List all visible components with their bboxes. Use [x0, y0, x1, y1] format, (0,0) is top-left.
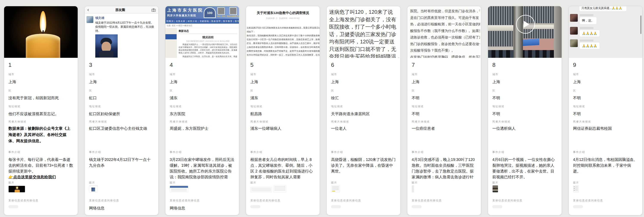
field-label-city: 城市	[8, 73, 73, 76]
report-line: 在执行对同一小区另一住户的急症患者急救的任务，且急症患者已上车，急救车	[247, 38, 320, 41]
field-value-city: 上海	[89, 79, 154, 85]
thumb-flame	[16, 187, 18, 189]
field-label-deceased: 死者大体描述	[492, 120, 557, 123]
field-label-images: 图片	[8, 181, 73, 184]
attachment-thumbnail[interactable]	[573, 185, 579, 193]
record-number: 5	[250, 62, 315, 68]
event-text: 每张卡片、每行记录，代表着一条逝去的鲜活生命。目前有73+位死者！数据持续更新中…	[8, 158, 73, 173]
attachment-thumbnail[interactable]	[8, 186, 25, 193]
qr-code-wechat	[218, 7, 225, 15]
record-card-1[interactable]: 1 城市 上海 区 没有死于新冠，却因新冠而死 地址描述 他们不应该被漠视甚至忘…	[4, 6, 78, 215]
window-grille	[488, 6, 515, 26]
field-label-deceased: 死者大体描述	[89, 120, 154, 123]
blurred-username	[580, 27, 594, 29]
site-title: 上海市东方医院	[166, 6, 239, 13]
field-label-city: 城市	[331, 73, 396, 76]
field-value-address: 他们不应该被漠视甚至忘记。	[8, 111, 73, 117]
field-label-event: 事件介绍	[412, 151, 477, 154]
attachment-thumbnail[interactable]	[492, 185, 498, 193]
weibo-text-screenshot: 迷病危了叫120，120来了说 全上海发热门诊都关了，没有 医院接收，打了一个多…	[327, 6, 400, 58]
avatar	[86, 16, 93, 23]
chat-scrollbar	[640, 15, 642, 34]
qr-label-service: 患者移动服务平台	[226, 15, 239, 17]
record-card-6[interactable]: 迷病危了叫120，120来了说 全上海发热门诊都关了，没有 医院接收，打了一个多…	[326, 6, 400, 215]
field-label-city: 城市	[250, 73, 315, 76]
field-label-deceased: 死者大体描述	[250, 120, 315, 123]
field-value-address: 航昌路	[250, 111, 315, 117]
text-line: 在发热门诊时仍然是胸闷，呼吸急促，低血压等	[410, 54, 480, 58]
record-number: 9	[573, 62, 638, 68]
field-value-city: 上海	[331, 79, 396, 85]
chat-message: 🙏🙏🙏🙏	[580, 27, 600, 36]
record-card-4[interactable]: 上海市东方医院 同济大学附属东方医院 100 微信二维码 患者移动服务平台 院概…	[165, 6, 239, 215]
report-line: 务工作者的全力，为群众提供专业、安全的医疗服务。	[247, 57, 320, 58]
attachment-thumbnail[interactable]	[274, 185, 286, 193]
field-label-address: 地址描述	[89, 105, 154, 108]
attachment-row	[331, 186, 396, 193]
gallery-view: 1 城市 上海 区 没有死于新冠，却因新冠而死 地址描述 他们不应该被漠视甚至忘…	[0, 0, 644, 217]
field-label-city: 城市	[170, 73, 235, 76]
field-value-district: 不明	[573, 95, 638, 101]
field-value-city: 上海	[8, 79, 73, 85]
record-card-7[interactable]: 微博 微博 医院。当时有些低烧，但是发热门诊在消杀，于 是在门口的黑夜里等待了很…	[407, 6, 481, 215]
field-label-direct: 直接信息还是间接信息	[250, 199, 315, 202]
field-label-images: 图片	[331, 181, 396, 184]
field-value-event: 根据患者女儿公布的时间线，早上 8 点，其父哮喘发作、晕倒。随后，小区 2 名做…	[250, 157, 315, 180]
field-value-district: 不明	[412, 95, 477, 101]
attachment-thumbnail[interactable]	[331, 185, 340, 193]
submit-info-link[interactable]: 👉点击这里提交信息给我们	[8, 175, 56, 179]
field-label-direct: 直接信息还是间接信息	[8, 199, 73, 202]
post-photo	[95, 34, 118, 58]
window-grille	[488, 30, 514, 47]
field-label-deceased: 死者大体描述	[331, 120, 396, 123]
card-fields: 1 城市 上海 区 没有死于新冠，却因新冠而死 地址描述 他们不应该被漠视甚至忘…	[4, 58, 78, 215]
field-value-event: 4月3日突感不适，晚上19:30叫了120急救。当时面临全员核酸，三甲医院门急诊…	[412, 157, 477, 180]
field-value-event: 4月6日的一个视频，一位女性在撕心裂肺地哭泣。据视频描述，她的亲人要做透析，出不…	[492, 157, 557, 180]
chat-message: 🙏🙏🙏🙏	[580, 39, 600, 49]
thumb-avatars	[574, 187, 574, 192]
attachment-thumbnail[interactable]	[170, 186, 188, 193]
field-label-event: 事件介绍	[492, 151, 557, 154]
report-title: 关于对浦东120急救中心的调查情况	[246, 11, 320, 15]
text-line: 只送到医院门口就不管了，无	[329, 45, 400, 53]
field-label-images: 图片	[170, 181, 235, 184]
attachment-thumbnail[interactable]	[250, 187, 272, 193]
card-fields: 3 城市 上海 区 虹口 地址描述 虹口区妇幼保健所 死者大体描述 虹口区卫健委…	[85, 58, 158, 215]
back-icon: ‹	[87, 7, 89, 13]
record-card-9[interactable]: 只有其女儿眼见其病逝...🙏🙏🙏 啊，这。 🙏🙏🙏🙏	[568, 6, 642, 215]
attachment-thumbnail[interactable]	[89, 185, 98, 193]
record-card-3[interactable]: ‹ 朋友圈 钱文雄 钱文雄于2022年4月12日下午一点十九分去世。疫情期间一切…	[84, 6, 158, 215]
empty-value-pill	[412, 205, 422, 208]
field-value-district: 虹口	[89, 95, 154, 101]
blurred-username	[580, 14, 594, 16]
field-value-address: 不明	[492, 111, 557, 117]
thumb-textlines	[274, 186, 285, 192]
field-value-deceased: 网信证券副总裁韦桂国	[573, 125, 638, 148]
field-value-district: 徐汇	[331, 95, 396, 101]
record-card-5[interactable]: 关于对浦东120急救中心的调查情况 【信息来源：】【信息时间：2022-03-3…	[246, 6, 320, 215]
field-label-address: 地址描述	[170, 105, 235, 108]
field-label-address: 地址描述	[573, 105, 638, 108]
card-fields: 9 城市 上海 区 不明 地址描述 不明 死者大体描述 网信证券副总裁韦桂国 事…	[569, 58, 642, 215]
anniversary-logo: 100	[204, 7, 216, 18]
field-value-address: 不明	[573, 111, 638, 117]
report-line: 拦住，要求救护车医务人员出借车载除颤仪。由于该病人在自己家中，救护车上	[247, 41, 320, 45]
card-fields: 7 城市 上海 区 不明 地址描述 不明 死者大体描述 一位癌症患者 事件介绍 …	[408, 58, 481, 215]
thumb-highlight	[332, 191, 335, 192]
notice-paragraph: 周盛妮同志工作勤恳，任劳任怨，是一名优秀的白衣天使。周盛妮同志的不幸去世，是我们…	[178, 55, 237, 58]
record-number: 7	[412, 62, 477, 68]
field-label-district: 区	[573, 89, 638, 92]
qr-code-service	[230, 7, 237, 15]
attachment-thumbnail[interactable]	[412, 185, 414, 193]
empty-value-pill	[250, 205, 260, 208]
text-line: 均有阳闭环，120说一定要送	[329, 38, 400, 45]
text-line: 奈我只能先买药给我妈妈降温，	[329, 53, 400, 58]
field-label-address: 地址描述	[492, 105, 557, 108]
attachment-row	[250, 186, 315, 193]
record-number: 8	[492, 62, 557, 68]
record-card-8[interactable]: 8 城市 上海 区 不明 地址描述 不明 死者大体描述 一位透析病人 事件介绍 …	[488, 6, 562, 215]
field-label-city: 城市	[412, 73, 477, 76]
field-label-district: 区	[250, 89, 315, 92]
chat-message-row: 🙏🙏🙏🙏	[570, 27, 640, 36]
field-label-event: 事件介绍	[89, 151, 154, 154]
